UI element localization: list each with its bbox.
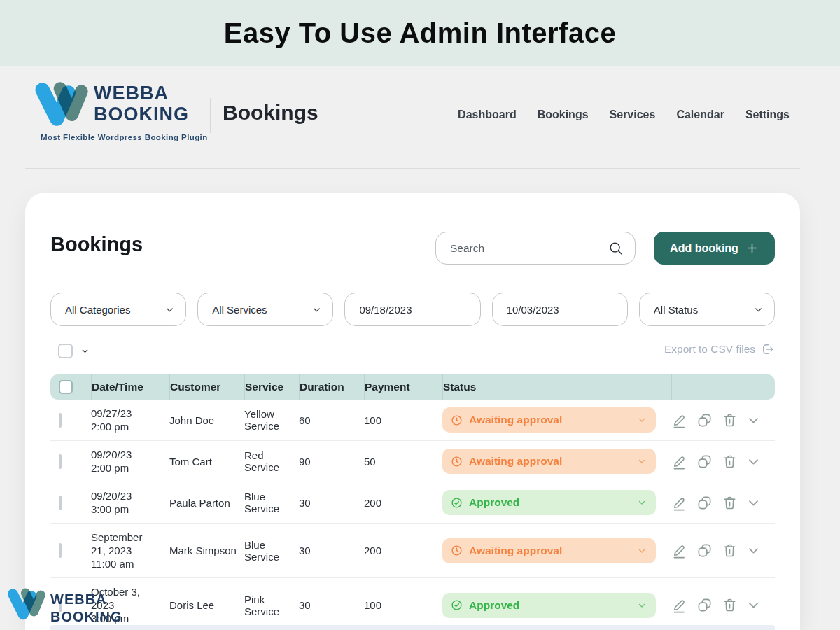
expand-icon[interactable]	[747, 455, 760, 468]
filter-date-to-value: 10/03/2023	[507, 304, 559, 316]
duplicate-icon[interactable]	[696, 597, 713, 613]
cell-payment: 200	[364, 497, 442, 509]
cell-duration: 30	[299, 599, 364, 611]
filter-status-value: All Status	[654, 304, 698, 316]
cell-status: Approved	[442, 593, 671, 618]
filter-date-to[interactable]: 10/03/2023	[492, 293, 628, 326]
header-divider	[210, 98, 211, 133]
cell-customer: Doris Lee	[169, 599, 244, 611]
search-box[interactable]	[435, 232, 636, 265]
row-checkbox[interactable]	[59, 454, 62, 469]
filter-date-from[interactable]: 09/18/2023	[344, 293, 480, 326]
edit-icon[interactable]	[671, 454, 687, 470]
add-booking-label: Add booking	[670, 242, 738, 255]
duplicate-icon[interactable]	[696, 454, 713, 470]
webba-logo-icon	[32, 78, 91, 132]
cell-payment: 100	[364, 414, 442, 426]
add-booking-button[interactable]: Add booking	[654, 232, 775, 265]
filter-categories[interactable]: All Categories	[50, 293, 186, 326]
main-nav: Dashboard Bookings Services Calendar Set…	[458, 108, 790, 121]
cell-duration: 30	[299, 497, 364, 509]
select-all-checkbox[interactable]	[58, 344, 73, 358]
chevron-down-icon	[754, 305, 763, 314]
table-row: October 3,20233:00 pmDoris LeePink Servi…	[50, 578, 775, 630]
cell-actions	[671, 597, 775, 613]
table-row: 09/20/233:00 pmPaula PartonBlue Service3…	[50, 482, 775, 524]
row-checkbox[interactable]	[59, 496, 62, 510]
edit-icon[interactable]	[671, 412, 687, 428]
nav-item-calendar[interactable]: Calendar	[676, 108, 724, 121]
duplicate-icon[interactable]	[696, 542, 713, 559]
export-csv-label: Export to CSV files	[664, 343, 755, 356]
filter-status[interactable]: All Status	[639, 293, 775, 326]
nav-item-dashboard[interactable]: Dashboard	[458, 108, 517, 121]
expand-icon[interactable]	[747, 414, 760, 427]
check-circle-icon	[451, 497, 463, 509]
col-date-time: Date/Time	[91, 374, 169, 400]
page-title: Bookings	[223, 101, 318, 125]
row-checkbox[interactable]	[59, 413, 62, 428]
status-select[interactable]: Awaiting approval	[442, 538, 656, 564]
status-select[interactable]: Approved	[442, 593, 656, 618]
chevron-down-icon	[638, 416, 646, 424]
cell-status: Approved	[442, 490, 671, 515]
delete-icon[interactable]	[722, 454, 738, 470]
nav-item-services[interactable]: Services	[610, 108, 656, 121]
edit-icon[interactable]	[671, 495, 687, 511]
chevron-down-icon	[638, 498, 646, 507]
delete-icon[interactable]	[722, 597, 738, 613]
col-service: Service	[244, 374, 299, 400]
expand-icon[interactable]	[747, 544, 760, 557]
filter-categories-value: All Categories	[65, 304, 130, 316]
chevron-down-icon	[312, 305, 321, 314]
cell-duration: 90	[299, 456, 364, 468]
cell-service: Pink Service	[244, 594, 299, 617]
duplicate-icon[interactable]	[696, 412, 713, 428]
expand-icon[interactable]	[747, 598, 760, 612]
table-row: 09/27/232:00 pmJohn DoeYellow Service601…	[50, 400, 775, 441]
delete-icon[interactable]	[722, 542, 738, 559]
row-checkbox[interactable]	[59, 543, 62, 558]
bulk-select	[58, 344, 89, 358]
col-actions	[671, 374, 775, 400]
cell-payment: 50	[364, 456, 442, 468]
expand-icon[interactable]	[747, 496, 760, 510]
bookings-card: Bookings Add booking All Categories All …	[25, 192, 800, 630]
duplicate-icon[interactable]	[696, 495, 713, 511]
nav-item-bookings[interactable]: Bookings	[538, 108, 589, 121]
cell-service: Red Service	[244, 449, 299, 473]
nav-item-settings[interactable]: Settings	[746, 108, 790, 121]
cell-actions	[671, 495, 775, 511]
pagination-strip	[50, 625, 775, 630]
chevron-down-icon	[165, 305, 174, 314]
delete-icon[interactable]	[722, 495, 738, 511]
clock-icon	[451, 414, 463, 426]
delete-icon[interactable]	[722, 412, 738, 428]
clock-icon	[451, 545, 463, 556]
edit-icon[interactable]	[671, 542, 687, 559]
search-input[interactable]	[450, 242, 608, 255]
watermark-line1: WEBBA	[50, 591, 122, 608]
brand-name-line1: WEBBA	[94, 83, 189, 104]
bulk-actions-chevron-icon[interactable]	[81, 347, 89, 355]
col-duration: Duration	[299, 374, 364, 400]
status-select[interactable]: Approved	[442, 490, 656, 515]
edit-icon[interactable]	[671, 597, 687, 613]
cell-status: Awaiting approval	[442, 538, 671, 564]
status-select[interactable]: Awaiting approval	[442, 449, 656, 474]
cell-customer: Mark Simpson	[169, 545, 244, 556]
header-checkbox[interactable]	[59, 380, 73, 394]
status-select[interactable]: Awaiting approval	[442, 407, 656, 433]
filter-services[interactable]: All Services	[197, 293, 333, 326]
webba-logo-icon	[6, 585, 48, 624]
cell-service: Yellow Service	[244, 408, 299, 432]
cell-actions	[671, 412, 775, 428]
search-icon[interactable]	[608, 241, 624, 256]
plus-icon	[746, 241, 759, 255]
cell-status: Awaiting approval	[442, 449, 671, 474]
cell-date-time: 09/20/233:00 pm	[91, 489, 169, 516]
watermark-logo: WEBBA BOOKING	[6, 585, 122, 626]
chevron-down-icon	[638, 457, 646, 465]
cell-date-time: September21, 202311:00 am	[91, 531, 169, 570]
export-csv-link[interactable]: Export to CSV files	[664, 342, 775, 356]
